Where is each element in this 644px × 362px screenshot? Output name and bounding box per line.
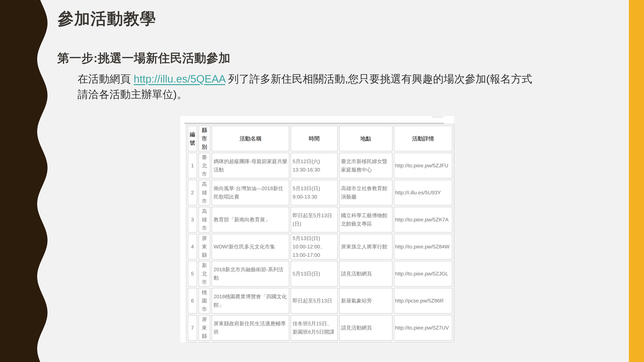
cell-empty: [188, 342, 197, 342]
table-row: 5新北市2018新北市共融藝術節-系列活動5月13日(日)請見活動網頁http:…: [188, 261, 452, 287]
cell-county: 屏東縣: [198, 234, 210, 260]
cell-county: 高雄市: [198, 207, 210, 233]
body-text-before-link: 在活動網頁: [78, 73, 134, 85]
body-paragraph: 在活動網頁 http://illu.es/5QEAA 列了許多新住民相關活動,您…: [78, 71, 618, 102]
cell-time: 佳冬班5月15日、 新園班6月5日開課: [290, 315, 338, 341]
partial-table-row: [188, 342, 452, 342]
cell-detail: http://to.piee.pw/5ZJFU: [394, 153, 452, 178]
cell-no: 2: [188, 180, 197, 205]
cell-county: 高雄市: [198, 180, 210, 205]
table-row: 7屏東縣屏東縣政府新住民生活適應輔導班佳冬班5月15日、 新園班6月5日開課請見…: [188, 315, 452, 341]
cell-time: 5月13日(日) 9:00-13:30: [290, 180, 338, 205]
column-header: 活動名稱: [212, 126, 289, 151]
cell-place: 新屋氣象站旁: [339, 288, 392, 314]
cell-place: 臺北市新移民婦女暨家庭服務中心: [339, 153, 392, 178]
table-top-rule: [184, 123, 444, 124]
cell-empty: [339, 342, 392, 342]
cell-place: 屏東孫立人將軍行館: [339, 234, 392, 260]
cell-time: 5月13日(日): [290, 261, 338, 287]
cell-county: 屏東縣: [198, 315, 210, 341]
column-header: 縣市別: [198, 126, 210, 151]
cell-detail: http://to.piee.pw/5ZK7A: [394, 207, 452, 233]
cell-empty: [198, 342, 210, 342]
table-row: 6桃園市2018桃園農業博覽會「四國文化館」即日起至5月13日新屋氣象站旁htt…: [188, 288, 452, 314]
activity-table-body: 1臺北市媽咪的超級團隊-母親節家庭共樂活動5月12日(六) 13:30-16:3…: [188, 153, 452, 342]
cell-name: 2018桃園農業博覽會「四國文化館」: [212, 288, 289, 314]
cell-time: 5月13日(日) 10:00-12:00、 13:00-17:00: [290, 234, 338, 260]
table-row: 4屏東縣WOW!新住民多元文化市集5月13日(日) 10:00-12:00、 1…: [188, 234, 452, 260]
cell-place: 高雄市立社會教育館演藝廳: [339, 180, 392, 205]
cell-no: 3: [188, 207, 197, 233]
activity-page-link[interactable]: http://illu.es/5QEAA: [134, 73, 225, 85]
cell-place: 國立科學工藝博物館北館藝文專區: [339, 207, 392, 233]
slide: 參加活動教學 第一步:挑選一場新住民活動參加 在活動網頁 http://illu…: [0, 0, 644, 362]
cell-time: 即日起至5月13日 (日): [290, 207, 338, 233]
table-row: 1臺北市媽咪的超級團隊-母親節家庭共樂活動5月12日(六) 13:30-16:3…: [188, 153, 452, 178]
body-text-after-link: 列了許多新住民相關活動,您只要挑選有興趣的場次參加(報名方式: [225, 73, 532, 85]
cell-name: 南向風華‧台灣加油—2018新住民歌唱比賽: [212, 180, 289, 205]
cell-no: 4: [188, 234, 197, 260]
body-text-line2: 請洽各活動主辦單位)。: [78, 86, 618, 102]
column-header: 時間: [290, 126, 338, 151]
cell-county: 新北市: [198, 261, 210, 287]
cell-empty: [394, 342, 452, 342]
cell-empty: [290, 342, 338, 342]
table-row: 2高雄市南向風華‧台灣加油—2018新住民歌唱比賽5月13日(日) 9:00-1…: [188, 180, 452, 205]
cell-name: 教育部「新南向教育展」: [212, 207, 289, 233]
cell-detail: http://pcse.pw/5Z86R: [394, 288, 452, 314]
cell-name: 屏東縣政府新住民生活適應輔導班: [212, 315, 289, 341]
cell-detail: http://to.piee.pw/5ZJGL: [394, 261, 452, 287]
cell-place: 請見活動網頁: [339, 315, 392, 341]
webpage-screenshot: 編號縣市別活動名稱時間地點活動詳情 1臺北市媽咪的超級團隊-母親節家庭共樂活動5…: [180, 116, 454, 342]
column-header: 地點: [339, 126, 392, 151]
step-heading: 第一步:挑選一場新住民活動參加: [57, 50, 230, 66]
cell-no: 6: [188, 288, 197, 314]
column-header: 活動詳情: [394, 126, 452, 151]
right-accent-bar: [629, 0, 644, 362]
cell-name: WOW!新住民多元文化市集: [212, 234, 289, 260]
activity-table-head-row: 編號縣市別活動名稱時間地點活動詳情: [188, 126, 452, 151]
screenshot-artifact: [432, 116, 444, 118]
cell-no: 1: [188, 153, 197, 178]
cell-name: 媽咪的超級團隊-母親節家庭共樂活動: [212, 153, 289, 178]
left-wave-decoration: [0, 0, 52, 362]
cell-detail: http://to.piee.pw/5Z7UV: [394, 315, 452, 341]
cell-time: 即日起至5月13日: [290, 288, 338, 314]
cell-detail: http://i.illu.es/5U93Y: [394, 180, 452, 205]
cell-no: 5: [188, 261, 197, 287]
cell-no: 7: [188, 315, 197, 341]
column-header: 編號: [188, 126, 197, 151]
cell-time: 5月12日(六) 13:30-16:30: [290, 153, 338, 178]
slide-title: 參加活動教學: [58, 8, 156, 30]
cell-empty: [212, 342, 289, 342]
table-row: 3高雄市教育部「新南向教育展」即日起至5月13日 (日)國立科學工藝博物館北館藝…: [188, 207, 452, 233]
cell-name: 2018新北市共融藝術節-系列活動: [212, 261, 289, 287]
activity-table: 編號縣市別活動名稱時間地點活動詳情 1臺北市媽咪的超級團隊-母親節家庭共樂活動5…: [186, 124, 454, 342]
cell-place: 請見活動網頁: [339, 261, 392, 287]
cell-county: 桃園市: [198, 288, 210, 314]
cell-county: 臺北市: [198, 153, 210, 178]
cell-detail: http://to.piee.pw/5Z84W: [394, 234, 452, 260]
